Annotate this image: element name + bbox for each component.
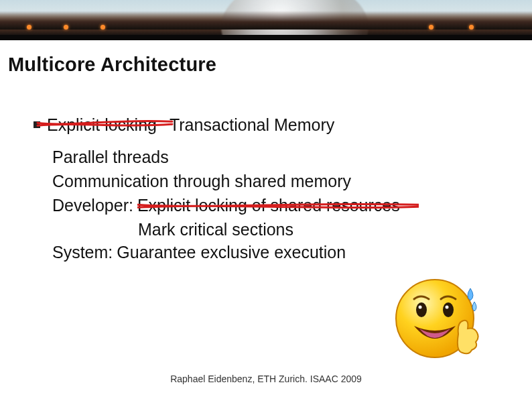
svg-point-4 (446, 306, 449, 309)
developer-line: Developer: Explicit locking of shared re… (52, 194, 503, 216)
strikethrough-icon (36, 119, 174, 129)
bullet-text: Explicit locking Transactional Memory (47, 114, 334, 135)
slide-title: Multicore Architecture (8, 54, 216, 76)
sub-line: Communication through shared memory (52, 170, 503, 192)
struck-text: Explicit locking (47, 115, 161, 134)
svg-point-2 (443, 302, 454, 317)
sub-line: Parallel threads (52, 146, 503, 168)
lava-glow-icon (429, 25, 434, 30)
lava-glow-icon (101, 25, 105, 30)
header-banner (0, 0, 532, 40)
smiley-thumbs-up-icon (385, 268, 485, 369)
slide-body: Explicit locking Transactional Memory Pa… (34, 114, 503, 266)
svg-point-3 (419, 306, 422, 309)
replacement-label: Transactional Memory (170, 115, 334, 134)
ground-gradient (0, 11, 532, 30)
developer-prefix: Developer: (52, 194, 133, 216)
lava-glow-icon (27, 25, 31, 30)
developer-replacement: Mark critical sections (138, 219, 503, 240)
bullet-item: Explicit locking Transactional Memory (34, 114, 503, 135)
system-text: Guarantee exclusive execution (117, 241, 346, 263)
lava-glow-icon (64, 25, 68, 30)
sub-list: Parallel threads Communication through s… (52, 146, 503, 263)
struck-text: Explicit locking of shared resources (137, 194, 400, 216)
system-prefix: System: (52, 241, 113, 263)
system-line: System: Guarantee exclusive execution (52, 241, 503, 263)
strikethrough-icon (137, 201, 419, 211)
slide-footer: Raphael Eidenbenz, ETH Zurich. ISAAC 200… (0, 374, 532, 384)
svg-point-1 (416, 302, 427, 317)
lava-glow-icon (469, 25, 474, 30)
slide: Multicore Architecture Explicit locking … (0, 0, 532, 399)
